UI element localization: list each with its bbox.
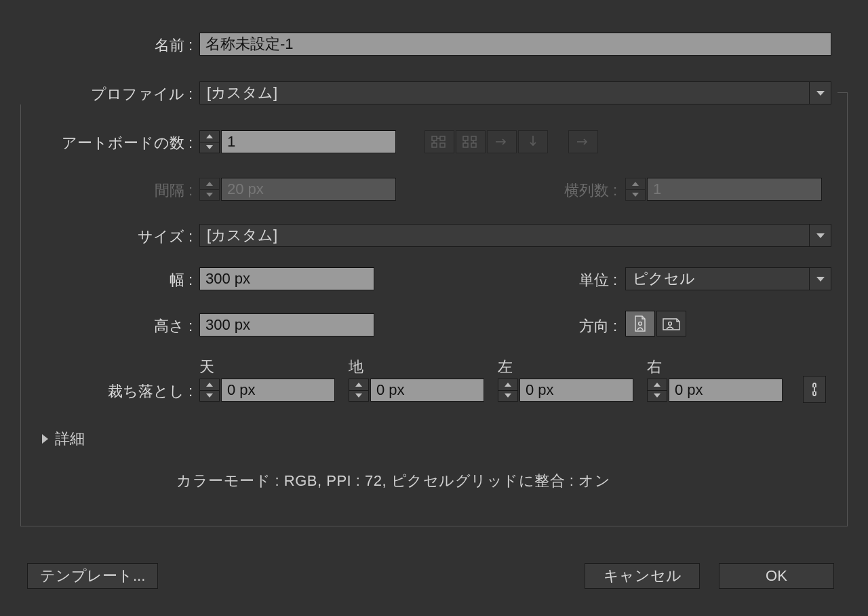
orientation-label: 方向 :: [488, 316, 617, 336]
height-input[interactable]: [199, 313, 374, 336]
bleed-right-stepper[interactable]: [647, 379, 667, 402]
svg-rect-5: [471, 136, 476, 140]
profile-dropdown[interactable]: [カスタム]: [199, 81, 831, 104]
svg-point-8: [639, 322, 642, 326]
arrange-column-icon: [518, 130, 548, 153]
profile-value: [カスタム]: [207, 83, 277, 103]
size-dropdown[interactable]: [カスタム]: [199, 224, 831, 247]
units-value: ピクセル: [633, 269, 695, 289]
bleed-link-button[interactable]: [803, 376, 826, 403]
svg-rect-6: [463, 143, 468, 147]
ok-button[interactable]: OK: [719, 563, 834, 589]
advanced-label: 詳細: [55, 429, 85, 449]
disclosure-triangle-icon: [42, 434, 48, 444]
artboard-count-label: アートボードの数 :: [0, 133, 193, 153]
columns-input: [647, 178, 822, 201]
bleed-top-stepper[interactable]: [199, 379, 220, 402]
bleed-right-input[interactable]: [669, 379, 783, 402]
bleed-top-header: 天: [199, 357, 214, 377]
columns-label: 横列数 :: [488, 180, 617, 201]
bleed-bottom-input[interactable]: [370, 379, 484, 402]
svg-rect-0: [432, 136, 437, 140]
bleed-left-header: 左: [498, 357, 513, 377]
height-label: 高さ :: [0, 316, 193, 336]
advanced-disclosure[interactable]: 詳細: [42, 429, 85, 449]
chevron-down-icon: [809, 268, 831, 290]
chevron-down-icon: [809, 225, 831, 246]
ok-button-label: OK: [766, 567, 787, 585]
svg-rect-1: [440, 136, 445, 140]
profile-label: プロファイル :: [0, 84, 193, 104]
spacing-stepper: [199, 178, 220, 201]
grid-by-column-icon: [456, 130, 486, 153]
templates-button[interactable]: テンプレート...: [27, 563, 158, 589]
size-value: [カスタム]: [207, 225, 277, 246]
width-input[interactable]: [199, 267, 374, 290]
svg-rect-3: [440, 143, 445, 147]
name-label: 名前 :: [0, 35, 193, 56]
bleed-left-input[interactable]: [519, 379, 633, 402]
svg-rect-4: [463, 136, 468, 140]
name-input[interactable]: [199, 33, 831, 56]
columns-stepper: [625, 178, 646, 201]
bleed-bottom-header: 地: [349, 357, 363, 377]
width-label: 幅 :: [0, 270, 193, 290]
cancel-button-label: キャンセル: [604, 566, 682, 586]
bleed-left-stepper[interactable]: [498, 379, 518, 402]
spacing-input: [221, 178, 396, 201]
svg-rect-2: [432, 143, 437, 147]
svg-point-9: [669, 322, 672, 326]
chevron-down-icon: [809, 82, 831, 104]
units-label: 単位 :: [488, 270, 617, 290]
bleed-label: 裁ち落とし :: [0, 381, 193, 402]
document-summary-text: カラーモード : RGB, PPI : 72, ピクセルグリッドに整合 : オン: [176, 471, 610, 491]
artboard-count-input[interactable]: [221, 130, 396, 153]
spacing-label: 間隔 :: [0, 180, 193, 201]
orientation-portrait-button[interactable]: [625, 311, 655, 336]
units-dropdown[interactable]: ピクセル: [625, 267, 831, 290]
orientation-landscape-button[interactable]: [656, 311, 686, 336]
arrange-row-icon: [487, 130, 517, 153]
bleed-right-header: 右: [647, 357, 662, 377]
size-label: サイズ :: [0, 227, 193, 247]
artboard-count-stepper[interactable]: [199, 130, 220, 153]
templates-button-label: テンプレート...: [40, 566, 145, 586]
layout-direction-icon: [568, 130, 598, 153]
bleed-bottom-stepper[interactable]: [349, 379, 369, 402]
grid-by-row-icon: [425, 130, 454, 153]
cancel-button[interactable]: キャンセル: [585, 563, 700, 589]
bleed-top-input[interactable]: [221, 379, 335, 402]
svg-rect-7: [471, 143, 476, 147]
